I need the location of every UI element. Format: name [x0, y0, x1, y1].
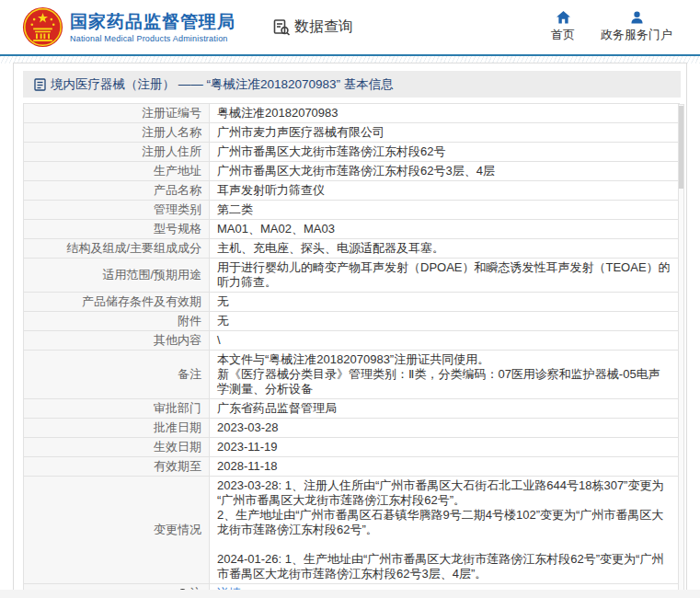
table-row: 批准日期 2023-03-28 [24, 419, 680, 438]
page-title: 境内医疗器械（注册） —— “粤械注准20182070983” 基本信息 [51, 76, 394, 93]
row-label: 产品名称 [24, 181, 210, 201]
scrollbar-thumb[interactable] [679, 106, 683, 189]
table-row: 附件 无 [24, 312, 680, 331]
table-row: 备注 本文件与“粤械注准20182070983”注册证共同使用。 新《医疗器械分… [24, 351, 680, 399]
row-value: 广东省药品监督管理局 [210, 399, 680, 419]
row-value: MA01、MA02、MA03 [210, 220, 680, 239]
row-label: 有效期至 [24, 457, 210, 477]
table-row: 注册证编号 粤械注准20182070983 [24, 104, 680, 123]
site-title: 国家药品监督管理局 [70, 12, 235, 32]
row-label: 审批部门 [24, 399, 210, 419]
row-value: \ [210, 331, 680, 351]
info-table: 注册证编号 粤械注准20182070983 注册人名称 广州市麦力声医疗器械有限… [23, 103, 680, 598]
row-value: 广州市番禺区大龙街市莲路傍江东村段62号 [210, 143, 680, 162]
row-label: 注册人住所 [24, 143, 210, 162]
logo-text: 国家药品监督管理局 National Medical Products Admi… [70, 12, 235, 43]
row-label: 结构及组成/主要组成成分 [24, 239, 210, 259]
table-row: 生效日期 2023-11-19 [24, 438, 680, 457]
data-query-link[interactable]: 数据查询 [272, 17, 353, 37]
table-row: 有效期至 2028-11-18 [24, 457, 680, 477]
row-value: 耳声发射听力筛查仪 [210, 181, 680, 201]
table-row: 结构及组成/主要组成成分 主机、充电座、探头、电源适配器及耳塞。 [24, 239, 680, 259]
table-row: 适用范围/预期用途 用于进行婴幼儿的畸变产物耳声发射（DPOAE）和瞬态诱发性耳… [24, 259, 680, 293]
table-row: 变更情况 2023-03-28: 1、注册人住所由“广州市番禺区大石街石北工业路… [24, 477, 680, 584]
nav-home[interactable]: 首页 [551, 11, 575, 43]
row-label: 附件 [24, 312, 210, 331]
row-value: 广州市麦力声医疗器械有限公司 [210, 123, 680, 143]
page: 国家药品监督管理局 National Medical Products Admi… [0, 0, 700, 598]
row-label: 注册人名称 [24, 123, 210, 143]
row-label: 注册证编号 [24, 104, 210, 123]
table-row: 生产地址 广州市番禺区大龙街市莲路傍江东村段62号3层、4层 [24, 162, 680, 181]
table-row: 型号规格 MA01、MA02、MA03 [24, 220, 680, 239]
table-row: 审批部门 广东省药品监督管理局 [24, 399, 680, 419]
nav-home-label: 首页 [551, 27, 575, 43]
row-label: 其他内容 [24, 331, 210, 351]
site-logo[interactable]: 国家药品监督管理局 National Medical Products Admi… [22, 6, 235, 48]
row-value: 用于进行婴幼儿的畸变产物耳声发射（DPOAE）和瞬态诱发性耳声发射（TEOAE）… [210, 259, 680, 293]
row-value: 2023-11-19 [210, 438, 680, 457]
info-table-body: 注册证编号 粤械注准20182070983 注册人名称 广州市麦力声医疗器械有限… [24, 104, 680, 598]
row-value: 第二类 [210, 201, 680, 220]
home-icon [557, 11, 570, 24]
row-label: 适用范围/预期用途 [24, 259, 210, 293]
row-label: 生效日期 [24, 438, 210, 457]
row-value: 主机、充电座、探头、电源适配器及耳塞。 [210, 239, 680, 259]
document-icon [34, 78, 46, 91]
row-label: 产品储存条件及有效期 [24, 293, 210, 312]
table-row: 注册人名称 广州市麦力声医疗器械有限公司 [24, 123, 680, 143]
row-label: 备注 [24, 351, 210, 399]
row-label: 批准日期 [24, 419, 210, 438]
table-row: 管理类别 第二类 [24, 201, 680, 220]
nav-gov-portal-label: 政务服务门户 [601, 27, 672, 43]
footer-strip [0, 590, 700, 598]
row-value: 粤械注准20182070983 [210, 104, 680, 123]
table-row: 产品储存条件及有效期 无 [24, 293, 680, 312]
row-value: 无 [210, 293, 680, 312]
header-nav: 首页 政务服务门户 [551, 11, 680, 43]
table-row: 产品名称 耳声发射听力筛查仪 [24, 181, 680, 201]
row-label: 管理类别 [24, 201, 210, 220]
scrollbar[interactable] [678, 104, 684, 598]
data-search-icon [272, 18, 291, 37]
row-value: 广州市番禺区大龙街市莲路傍江东村段62号3层、4层 [210, 162, 680, 181]
row-label: 生产地址 [24, 162, 210, 181]
content-box: 境内医疗器械（注册） —— “粤械注准20182070983” 基本信息 注册证… [13, 63, 687, 598]
row-value: 无 [210, 312, 680, 331]
data-query-label: 数据查询 [294, 17, 353, 37]
row-label: 型号规格 [24, 220, 210, 239]
site-subtitle: National Medical Products Administration [70, 34, 235, 43]
row-value: 2023-03-28: 1、注册人住所由“广州市番禺区大石街石北工业路644号1… [210, 477, 680, 584]
user-icon [630, 11, 644, 24]
row-value: 2028-11-18 [210, 457, 680, 477]
nav-gov-portal[interactable]: 政务服务门户 [601, 11, 672, 43]
row-value: 2023-03-28 [210, 419, 680, 438]
site-header: 国家药品监督管理局 National Medical Products Admi… [0, 0, 700, 54]
table-row: 其他内容 \ [24, 331, 680, 351]
breadcrumb: 境内医疗器械（注册） —— “粤械注准20182070983” 基本信息 [23, 71, 681, 98]
row-label: 变更情况 [24, 477, 210, 584]
national-emblem-icon [22, 6, 63, 48]
table-row: 注册人住所 广州市番禺区大龙街市莲路傍江东村段62号 [24, 143, 680, 162]
row-value: 本文件与“粤械注准20182070983”注册证共同使用。 新《医疗器械分类目录… [210, 351, 680, 399]
